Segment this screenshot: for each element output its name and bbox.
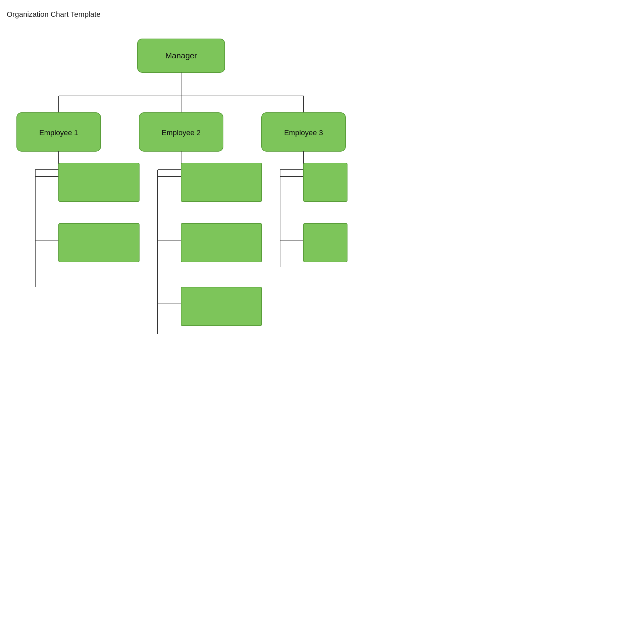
org-chart-svg: Manager Employee 1 Employee 2 Employee 3: [7, 32, 356, 334]
manager-label: Manager: [165, 51, 197, 60]
emp2-sub1-node: [181, 163, 262, 202]
org-chart: Manager Employee 1 Employee 2 Employee 3: [7, 32, 356, 334]
emp1-sub1-node: [59, 163, 139, 202]
emp3-sub2-node: [304, 223, 347, 262]
emp3-sub1-node: [304, 163, 347, 202]
employee1-label: Employee 1: [39, 128, 78, 137]
page-title: Organization Chart Template: [7, 10, 356, 19]
emp1-sub2-node: [59, 223, 139, 262]
emp2-sub3-node: [181, 287, 262, 326]
employee2-label: Employee 2: [162, 128, 201, 137]
employee3-label: Employee 3: [284, 128, 323, 137]
emp2-sub2-node: [181, 223, 262, 262]
